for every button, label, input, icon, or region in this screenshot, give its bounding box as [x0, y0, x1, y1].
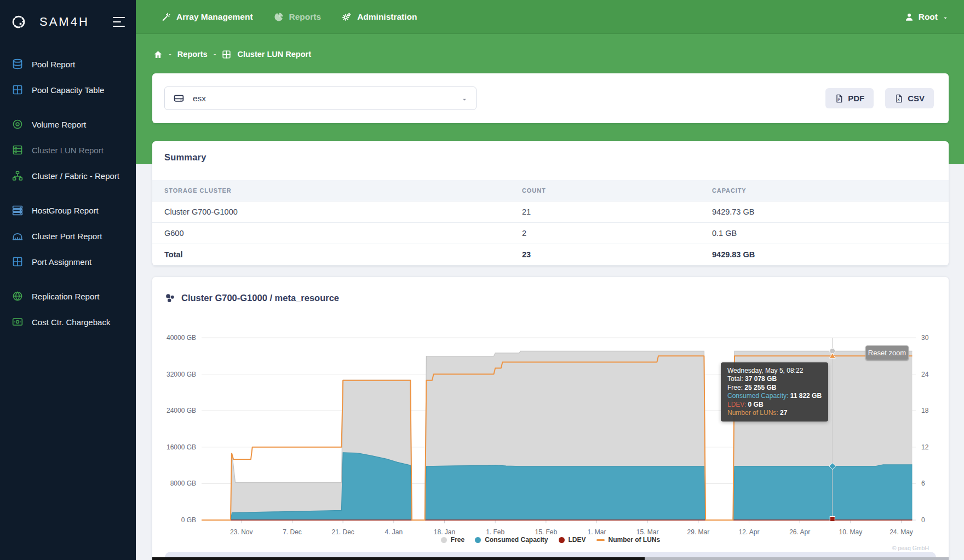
cluster-select-value: esx	[193, 94, 206, 103]
sidebar-item-label: Cluster LUN Report	[32, 146, 104, 155]
sidebar-item-label: Cluster / Fabric - Report	[32, 171, 119, 181]
sidebar-item-pool-capacity-table[interactable]: Pool Capacity Table	[0, 79, 136, 101]
x-axis-tick: 24. May	[879, 528, 925, 536]
tooltip-row: LDEV: 0 GB	[727, 401, 822, 409]
csv-export-button[interactable]: X CSV	[885, 88, 934, 108]
summary-card: Summary Storage ClusterCountCapacityClus…	[152, 141, 949, 265]
x-axis-tick: 21. Dec	[320, 528, 366, 536]
x-axis-tick: 29. Mar	[675, 528, 721, 536]
nav-tab-label: Reports	[289, 12, 322, 22]
sidebar-item-label: Pool Report	[32, 60, 75, 69]
legend-label: Number of LUNs	[609, 536, 661, 544]
table-cell: 21	[522, 201, 531, 223]
app-logo-text: SAM4H	[39, 15, 89, 29]
wand-icon	[161, 12, 171, 22]
x-axis-tick: 23. Nov	[219, 528, 265, 536]
export-buttons: P PDF X CSV	[825, 88, 934, 108]
sidebar-item-cluster-port-report[interactable]: Cluster Port Report	[0, 225, 136, 247]
x-axis-tick: 4. Jan	[371, 528, 417, 536]
nav-tab-reports[interactable]: Reports	[274, 12, 322, 22]
sidebar: SAM4H Pool ReportPool Capacity TableVolu…	[0, 0, 136, 560]
legend-dot-marker	[559, 537, 565, 543]
nav-tab-administration[interactable]: Administration	[342, 12, 417, 22]
chart-title-row: Cluster G700-G1000 / meta_resource	[164, 292, 339, 304]
table-cell: Count	[522, 180, 546, 201]
legend-item-ldev[interactable]: LDEV	[559, 536, 586, 544]
legend-item-free[interactable]: Free	[441, 536, 464, 544]
y-axis-left-tick: 24000 GB	[157, 407, 196, 414]
table-cell: Cluster G700-G1000	[164, 201, 238, 223]
bottom-scrollbar-thumb[interactable]	[152, 557, 645, 560]
pdf-export-button[interactable]: P PDF	[825, 88, 874, 108]
sidebar-item-hostgroup-report[interactable]: HostGroup Report	[0, 199, 136, 221]
sidebar-item-label: HostGroup Report	[32, 206, 99, 215]
chart-watermark: © peaq GmbH	[892, 545, 929, 551]
breadcrumb-reports-link[interactable]: Reports	[177, 50, 208, 59]
nav-tab-label: Administration	[357, 12, 417, 22]
table-cell: Total	[164, 244, 183, 265]
cluster-select[interactable]: esx	[164, 86, 477, 110]
y-axis-left-tick: 0 GB	[157, 516, 196, 524]
summary-table-total-row: Total239429.83 GB	[152, 244, 949, 265]
table-cell: 23	[522, 244, 531, 265]
y-axis-right-tick: 6	[921, 480, 961, 487]
sidebar-item-port-assignment[interactable]: Port Assignment	[0, 251, 136, 273]
sidebar-item-cluster-lun-report[interactable]: Cluster LUN Report	[0, 139, 136, 161]
legend-line-marker	[596, 539, 605, 541]
sidebar-item-label: Cost Ctr. Chargeback	[32, 317, 110, 327]
x-axis-tick: 15. Feb	[523, 528, 569, 536]
summary-title: Summary	[164, 152, 206, 163]
user-menu[interactable]: Root	[904, 12, 949, 22]
svg-text:P: P	[838, 98, 840, 101]
reset-zoom-button[interactable]: Reset zoom	[865, 345, 909, 360]
y-axis-right-tick: 0	[921, 516, 961, 524]
x-axis-tick: 1. Feb	[472, 528, 518, 536]
table-cell: G600	[164, 223, 183, 244]
y-axis-left-tick: 40000 GB	[157, 334, 196, 342]
summary-table-row: G60020.1 GB	[152, 223, 949, 244]
nav-tab-array-management[interactable]: Array Management	[161, 12, 253, 22]
legend-item-consumed-capacity[interactable]: Consumed Capacity	[475, 536, 548, 544]
chart-legend: FreeConsumed CapacityLDEVNumber of LUNs	[152, 536, 949, 544]
sidebar-item-cost-ctr-chargeback[interactable]: Cost Ctr. Chargeback	[0, 311, 136, 333]
table-cell: 9429.73 GB	[712, 201, 754, 223]
sidebar-item-volume-report[interactable]: Volume Report	[0, 113, 136, 135]
y-axis-right-tick: 18	[921, 407, 961, 414]
sidebar-item-pool-report[interactable]: Pool Report	[0, 53, 136, 75]
banknote-icon	[12, 316, 23, 327]
sidebar-item-cluster-fabric-report[interactable]: Cluster / Fabric - Report	[0, 165, 136, 187]
y-axis-left-tick: 32000 GB	[157, 371, 196, 378]
sidebar-toggle-icon[interactable]	[113, 17, 125, 27]
x-axis-tick: 12. Apr	[726, 528, 772, 536]
breadcrumb: - Reports - Cluster LUN Report	[153, 48, 311, 60]
summary-table-row: Cluster G700-G1000219429.73 GB	[152, 201, 949, 223]
chart-card: Cluster G700-G1000 / meta_resource 0 GB8…	[152, 277, 949, 560]
table-cell: 9429.83 GB	[712, 244, 755, 265]
legend-label: Consumed Capacity	[485, 536, 548, 544]
chart-title: Cluster G700-G1000 / meta_resource	[181, 293, 339, 303]
legend-dot-marker	[441, 537, 447, 543]
sidebar-item-replication-report[interactable]: Replication Report	[0, 285, 136, 307]
legend-item-number-of-luns[interactable]: Number of LUNs	[596, 536, 661, 544]
storage-drive-icon	[173, 93, 185, 104]
filter-card: esx P PDF X CSV	[152, 73, 949, 123]
disc-icon	[12, 119, 23, 130]
home-icon[interactable]	[153, 50, 163, 59]
table-cell: 2	[522, 223, 526, 244]
breadcrumb-separator: -	[214, 50, 216, 59]
summary-table: Storage ClusterCountCapacityCluster G700…	[152, 180, 949, 265]
tooltip-date: Wednesday, May 5, 08:22	[727, 367, 822, 375]
chevron-down-icon	[461, 95, 468, 102]
top-navbar: Array ManagementReportsAdministration Ro…	[136, 0, 964, 34]
tooltip-row: Total: 37 078 GB	[727, 375, 822, 383]
y-axis-right-tick: 30	[921, 334, 961, 342]
x-axis-tick: 18. Jan	[421, 528, 467, 536]
summary-table-header: Storage ClusterCountCapacity	[152, 180, 949, 201]
csv-button-label: CSV	[908, 94, 925, 103]
nav-tab-label: Array Management	[176, 12, 253, 22]
x-axis-tick: 1. Mar	[574, 528, 620, 536]
breadcrumb-page-label: Cluster LUN Report	[237, 50, 311, 59]
x-axis-tick: 15. Mar	[624, 528, 670, 536]
sidebar-item-label: Replication Report	[32, 292, 99, 301]
gears-icon	[342, 12, 352, 22]
